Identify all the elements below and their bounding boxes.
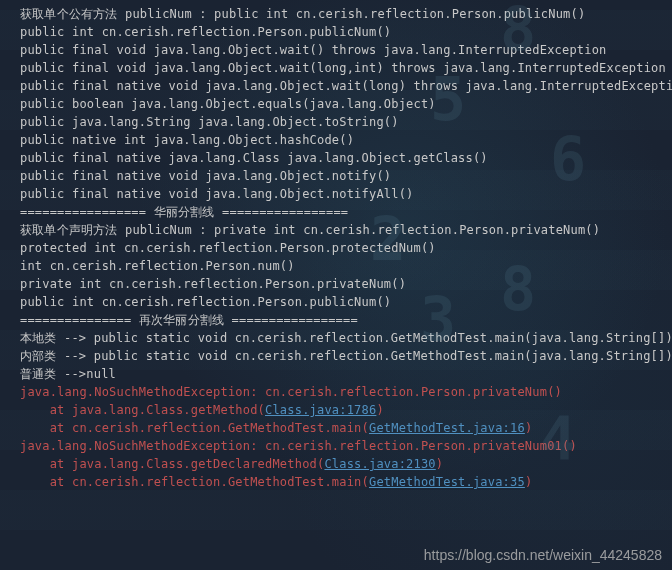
console-output: 获取单个公有方法 publicNum : public int cn.ceris…: [20, 5, 664, 491]
console-line: public final void java.lang.Object.wait(…: [20, 41, 664, 59]
trace-prefix: at java.lang.Class.getMethod(: [20, 403, 265, 417]
console-line: int cn.cerish.reflection.Person.num(): [20, 257, 664, 275]
console-line: ================= 华丽分割线 ================…: [20, 203, 664, 221]
console-line: public final native void java.lang.Objec…: [20, 77, 664, 95]
console-line: 本地类 --> public static void cn.cerish.ref…: [20, 329, 664, 347]
console-line: 内部类 --> public static void cn.cerish.ref…: [20, 347, 664, 365]
console-line: 获取单个公有方法 publicNum : public int cn.ceris…: [20, 5, 664, 23]
console-line: public java.lang.String java.lang.Object…: [20, 113, 664, 131]
console-line: public final native java.lang.Class java…: [20, 149, 664, 167]
console-line: public int cn.cerish.reflection.Person.p…: [20, 23, 664, 41]
console-line: 获取单个声明方法 publicNum : private int cn.ceri…: [20, 221, 664, 239]
source-link[interactable]: Class.java:1786: [265, 403, 376, 417]
source-link[interactable]: Class.java:2130: [324, 457, 435, 471]
console-line: public final void java.lang.Object.wait(…: [20, 59, 664, 77]
console-line: at cn.cerish.reflection.GetMethodTest.ma…: [20, 473, 664, 491]
trace-suffix: ): [525, 475, 532, 489]
console-line: public boolean java.lang.Object.equals(j…: [20, 95, 664, 113]
source-link[interactable]: GetMethodTest.java:35: [369, 475, 525, 489]
trace-prefix: at java.lang.Class.getDeclaredMethod(: [20, 457, 324, 471]
console-line: java.lang.NoSuchMethodException: cn.ceri…: [20, 437, 664, 455]
console-line: public final native void java.lang.Objec…: [20, 167, 664, 185]
trace-prefix: at cn.cerish.reflection.GetMethodTest.ma…: [20, 475, 369, 489]
trace-suffix: ): [436, 457, 443, 471]
console-line: protected int cn.cerish.reflection.Perso…: [20, 239, 664, 257]
trace-suffix: ): [525, 421, 532, 435]
console-line: public int cn.cerish.reflection.Person.p…: [20, 293, 664, 311]
console-line: =============== 再次华丽分割线 ================…: [20, 311, 664, 329]
console-line: public native int java.lang.Object.hashC…: [20, 131, 664, 149]
console-line: at java.lang.Class.getDeclaredMethod(Cla…: [20, 455, 664, 473]
watermark: https://blog.csdn.net/weixin_44245828: [424, 546, 662, 564]
console-line: 普通类 -->null: [20, 365, 664, 383]
trace-suffix: ): [376, 403, 383, 417]
console-line: at java.lang.Class.getMethod(Class.java:…: [20, 401, 664, 419]
console-line: at cn.cerish.reflection.GetMethodTest.ma…: [20, 419, 664, 437]
console-line: public final native void java.lang.Objec…: [20, 185, 664, 203]
trace-prefix: at cn.cerish.reflection.GetMethodTest.ma…: [20, 421, 369, 435]
console-line: java.lang.NoSuchMethodException: cn.ceri…: [20, 383, 664, 401]
source-link[interactable]: GetMethodTest.java:16: [369, 421, 525, 435]
console-line: private int cn.cerish.reflection.Person.…: [20, 275, 664, 293]
